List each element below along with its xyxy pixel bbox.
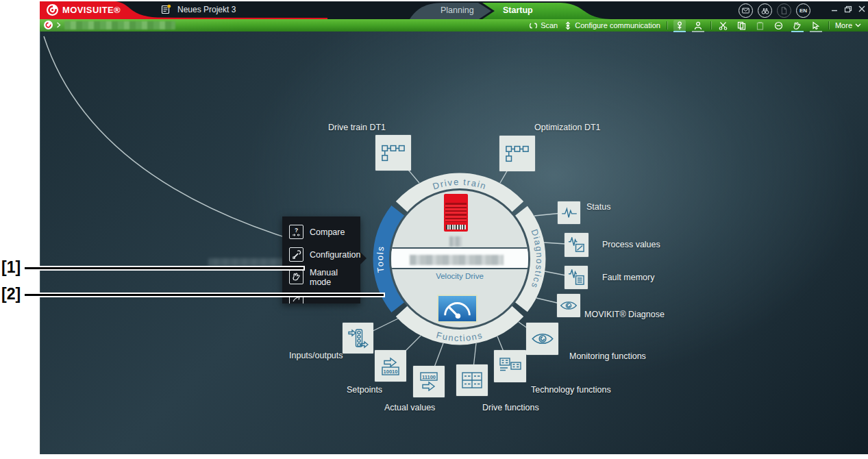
tile-label: Setpoints <box>347 385 382 395</box>
tile-drive-train-dt1[interactable] <box>375 135 411 171</box>
tile-fault-memory[interactable] <box>565 266 588 289</box>
inverter-device-image <box>444 194 468 232</box>
velocity-gauge-tile[interactable] <box>437 295 478 323</box>
hand-icon <box>289 270 303 284</box>
tile-label: Fault memory <box>602 273 654 282</box>
callout-line-1 <box>25 266 305 271</box>
tile-technology-functions[interactable] <box>494 350 526 382</box>
configure-communication-button[interactable]: Configure communication <box>564 19 660 32</box>
brand-name: MOVISUITE® <box>62 5 121 15</box>
pointer-button[interactable] <box>810 20 822 31</box>
tile-label: Status <box>586 202 610 212</box>
tile-label: Optimization DT1 <box>534 123 601 132</box>
actual-values-icon: 11100 <box>419 372 438 391</box>
context-menu-pointer <box>360 252 367 264</box>
toolbar-separator <box>828 21 829 29</box>
tile-label: Monitoring functions <box>569 351 646 361</box>
redacted-device-name <box>64 21 175 29</box>
tile-status[interactable] <box>558 201 580 224</box>
svg-text:10010: 10010 <box>384 369 398 375</box>
tile-drive-functions[interactable] <box>456 364 488 396</box>
device-cooling-fins <box>445 203 467 222</box>
device-breadcrumb-icon[interactable] <box>44 21 53 29</box>
chevron-down-icon <box>855 23 861 27</box>
user-button[interactable] <box>692 20 704 31</box>
menu-item-configuration[interactable]: Configuration <box>282 244 360 265</box>
wrench-icon <box>289 247 303 262</box>
binoculars-icon[interactable] <box>758 3 772 18</box>
callout-label-2: [2] <box>1 285 21 303</box>
tile-label: Actual values <box>384 403 435 412</box>
tile-monitoring-functions[interactable] <box>526 323 558 355</box>
document-icon[interactable] <box>777 3 791 18</box>
callout-label-1: [1] <box>1 258 21 277</box>
project-name: Neues Projekt 3 <box>177 5 236 14</box>
paste-button[interactable] <box>754 20 767 31</box>
svg-text:11100: 11100 <box>422 374 436 380</box>
tile-inputs-outputs[interactable] <box>343 323 373 353</box>
restore-button[interactable] <box>841 1 855 16</box>
status-pulse-icon <box>561 207 578 219</box>
titlebar: MOVISUITE® Neues Projekt 3 Planning Star… <box>40 1 868 19</box>
toolbar: Scan Configure communication <box>40 19 868 32</box>
toolbar-separator <box>667 21 667 29</box>
drive-train-icon <box>382 142 405 163</box>
breadcrumb-chevron-icon <box>56 22 61 28</box>
tile-optimization-dt1[interactable] <box>499 136 535 171</box>
menu-item-compare[interactable]: ? Compare <box>282 221 360 243</box>
project-save-icon[interactable] <box>160 4 171 15</box>
tile-movikit-diagnose[interactable] <box>557 294 580 317</box>
callout-line-2 <box>25 293 385 297</box>
eye-icon <box>531 331 554 347</box>
scan-button[interactable]: Scan <box>529 19 558 32</box>
redacted-device-designation <box>410 255 504 265</box>
segment-label-tools: Tools <box>375 245 386 273</box>
language-icon[interactable]: EN <box>796 3 810 18</box>
tile-label: Drive train DT1 <box>328 123 386 132</box>
tools-context-menu: ? Compare Configuration <box>282 216 360 303</box>
tab-startup[interactable]: Startup <box>503 5 533 15</box>
tile-label: Technology functions <box>531 385 611 395</box>
tile-label: Process values <box>602 240 660 249</box>
minimize-button[interactable] <box>828 1 841 16</box>
tile-process-values[interactable] <box>565 233 588 257</box>
parameter-tables-icon <box>499 358 521 375</box>
fault-memory-icon <box>568 269 585 286</box>
inputs-outputs-icon <box>348 328 369 349</box>
tile-label: MOVIKIT® Diagnose <box>584 310 665 319</box>
compare-icon: ? <box>289 225 303 239</box>
scan-icon <box>529 21 538 30</box>
device-type-label: Velocity Drive <box>391 272 528 280</box>
remove-button[interactable] <box>773 20 785 31</box>
more-button[interactable]: More <box>835 19 861 32</box>
gauge-icon <box>441 298 474 319</box>
mail-icon[interactable] <box>739 3 753 18</box>
tile-setpoints[interactable]: 10010 <box>375 350 406 382</box>
startup-canvas: Drive train Diagnostics Functions Tools … <box>40 32 868 454</box>
close-button[interactable] <box>855 1 868 16</box>
single-device-button[interactable] <box>673 20 686 31</box>
app-window: MOVISUITE® Neues Projekt 3 Planning Star… <box>40 1 868 454</box>
configure-communication-icon <box>564 21 572 30</box>
eye-icon <box>560 299 578 312</box>
brand: MOVISUITE® <box>47 4 121 16</box>
movisuite-logo-icon <box>47 4 58 16</box>
cut-button[interactable] <box>717 20 730 31</box>
tile-actual-values[interactable]: 11100 <box>413 366 445 397</box>
parameter-grid-icon <box>462 372 482 388</box>
manual-hand-button[interactable] <box>791 20 804 31</box>
process-values-icon <box>568 237 585 253</box>
svg-text:?: ? <box>295 227 298 234</box>
device-terminals <box>446 225 466 230</box>
toolbar-separator <box>710 21 711 29</box>
redacted-device-icon <box>449 236 462 247</box>
tile-label: Drive functions <box>482 403 539 412</box>
tab-planning[interactable]: Planning <box>441 5 474 15</box>
setpoints-icon: 10010 <box>381 356 400 375</box>
copy-button[interactable] <box>736 20 748 31</box>
drive-train-icon <box>506 143 529 164</box>
tile-label: Inputs/outputs <box>289 351 340 360</box>
